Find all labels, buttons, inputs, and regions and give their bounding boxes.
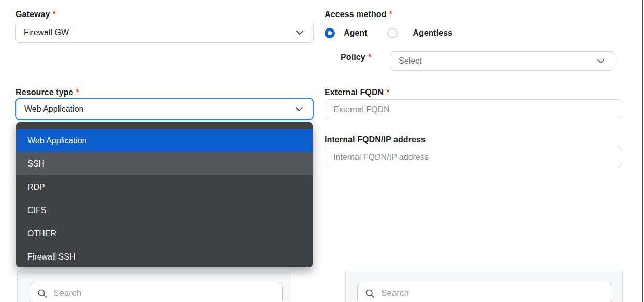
resource-type-label: Resource type* <box>16 88 79 97</box>
dropdown-option-rdp[interactable]: RDP <box>16 175 313 199</box>
access-method-radio-group: Agent Agentless <box>325 28 452 38</box>
agent-radio[interactable] <box>325 28 335 38</box>
left-search-box <box>30 282 283 302</box>
right-search-input[interactable] <box>381 282 612 302</box>
window-edge-divider <box>642 0 643 302</box>
chevron-down-icon <box>597 59 605 64</box>
external-fqdn-input[interactable] <box>325 99 622 119</box>
external-fqdn-label-text: External FQDN <box>325 88 384 97</box>
chevron-down-icon <box>296 30 304 35</box>
access-method-label-text: Access method <box>325 10 387 19</box>
agentless-radio[interactable] <box>387 28 398 38</box>
external-fqdn-required-asterisk: * <box>386 88 389 97</box>
access-method-required-asterisk: * <box>389 10 392 19</box>
agent-radio-label[interactable]: Agent <box>344 28 367 38</box>
resource-type-select-value: Web Application <box>16 104 295 114</box>
policy-label: Policy* <box>341 53 371 62</box>
resource-form: Gateway* Firewall GW Access method* Agen… <box>0 0 644 302</box>
resource-type-select[interactable]: Web Application <box>15 98 314 120</box>
internal-fqdn-label: Internal FQDN/IP address <box>325 135 426 144</box>
dropdown-option-cifs[interactable]: CIFS <box>16 199 313 222</box>
gateway-select[interactable]: Firewall GW <box>15 22 314 43</box>
external-fqdn-field-wrap <box>325 99 622 119</box>
policy-label-text: Policy <box>341 53 365 62</box>
gateway-label-text: Gateway <box>16 10 50 19</box>
internal-fqdn-input[interactable] <box>325 147 622 167</box>
gateway-select-value: Firewall GW <box>16 28 296 37</box>
internal-fqdn-label-text: Internal FQDN/IP address <box>325 135 426 144</box>
internal-fqdn-field-wrap <box>325 147 622 167</box>
resource-type-dropdown-menu: Web Application SSH RDP CIFS OTHER Firew… <box>16 122 313 267</box>
gateway-label: Gateway* <box>16 10 56 19</box>
policy-required-asterisk: * <box>368 53 371 62</box>
gateway-required-asterisk: * <box>53 10 56 19</box>
access-method-label: Access method* <box>325 10 392 19</box>
external-fqdn-label: External FQDN* <box>325 88 390 97</box>
dropdown-option-ssh[interactable]: SSH <box>16 152 313 175</box>
resource-type-required-asterisk: * <box>76 88 79 97</box>
dropdown-option-other[interactable]: OTHER <box>16 222 313 245</box>
search-icon <box>365 289 375 298</box>
search-icon <box>37 289 47 298</box>
resource-type-label-text: Resource type <box>16 88 74 97</box>
right-search-box <box>357 282 612 302</box>
dropdown-option-web-application[interactable]: Web Application <box>16 129 313 152</box>
left-search-input[interactable] <box>53 282 282 302</box>
dropdown-option-firewall-ssh[interactable]: Firewall SSH <box>16 245 313 267</box>
policy-select[interactable]: Select <box>390 51 614 71</box>
agentless-radio-label[interactable]: Agentless <box>413 28 452 38</box>
policy-select-value: Select <box>390 56 597 66</box>
chevron-down-icon <box>295 107 303 112</box>
